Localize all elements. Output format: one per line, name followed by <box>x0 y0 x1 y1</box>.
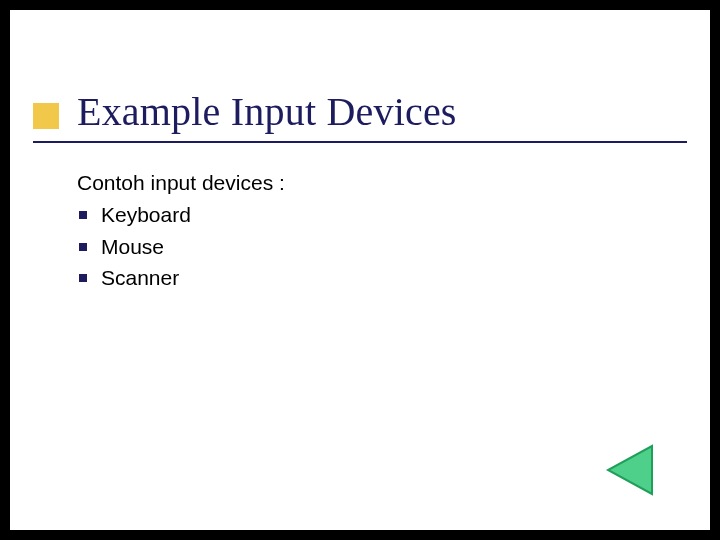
title-underline <box>33 141 687 143</box>
arrow-left-icon <box>602 442 658 498</box>
back-button[interactable] <box>602 442 658 498</box>
bullet-icon <box>79 274 87 282</box>
accent-square <box>33 103 59 129</box>
bullet-icon <box>79 243 87 251</box>
svg-marker-0 <box>608 446 652 494</box>
list-item: Scanner <box>77 263 285 293</box>
list-item-label: Keyboard <box>101 200 191 230</box>
slide-title: Example Input Devices <box>77 88 457 135</box>
slide: Example Input Devices Contoh input devic… <box>10 10 710 530</box>
list-item: Mouse <box>77 232 285 262</box>
list-item: Keyboard <box>77 200 285 230</box>
intro-text: Contoh input devices : <box>77 168 285 198</box>
list-item-label: Scanner <box>101 263 179 293</box>
slide-body: Contoh input devices : Keyboard Mouse Sc… <box>77 168 285 295</box>
list-item-label: Mouse <box>101 232 164 262</box>
bullet-icon <box>79 211 87 219</box>
